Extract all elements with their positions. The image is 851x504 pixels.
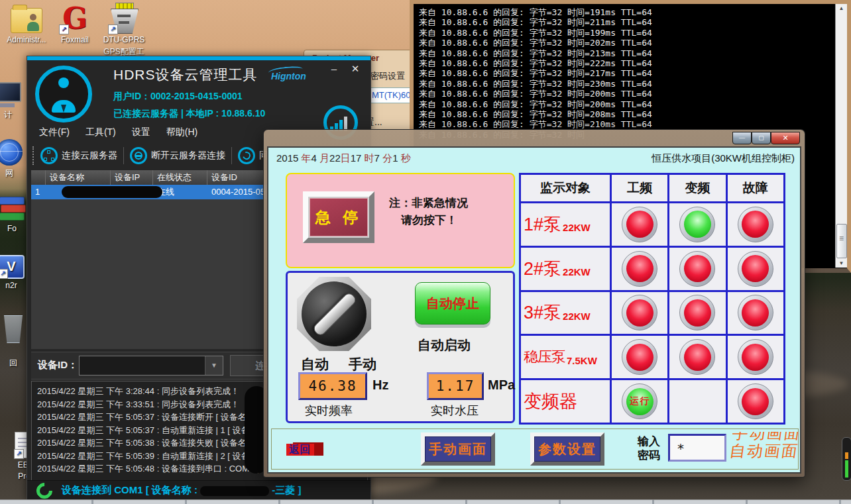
indicator-cell [669, 380, 725, 423]
emergency-stop-panel: 急 停 注：非紧急情况 请勿按下！ [286, 173, 515, 268]
indicator-cell [612, 203, 667, 246]
toolbar-button-label: 连接云服务器 [62, 150, 117, 162]
datetime-part: 年 [298, 152, 311, 164]
desktop-icon-administrator[interactable]: Administr... [1, 3, 52, 44]
col-header-name: 设备名称 [46, 170, 111, 185]
network-icon [40, 147, 58, 164]
desktop-icon-recycle-bin[interactable]: 回 [0, 315, 28, 369]
taskbar-edge[interactable] [0, 499, 851, 504]
indicator-cell [669, 292, 725, 334]
icon-label: 计 [0, 109, 25, 121]
maximize-button[interactable]: ▢ [752, 132, 771, 144]
icon-label: 网 [0, 168, 27, 179]
project-title: 恒压供水项目(30KW机组控制柜) [652, 152, 795, 165]
desktop-icon-foxmail[interactable]: G↗ Foxmail [54, 4, 95, 44]
pump-label: 3#泵22KW [521, 292, 610, 334]
indicator-cell [612, 248, 667, 290]
menu-item[interactable]: 帮助(H) [166, 126, 198, 138]
manual-screen-label: 手动画面 [425, 436, 491, 462]
control-panel: 自动 手动 自动停止 自动启动 46.38 Hz 实时频率 1.17 MPa 实… [286, 271, 515, 423]
auto-stop-button[interactable]: 自动停止 [415, 282, 490, 325]
console-line: 来自 10.88.6.6 的回复: 字节=32 时间=191ms TTL=64 [419, 7, 847, 17]
menu-item[interactable]: 文件(F) [39, 126, 70, 138]
pressure-display: 1.17 [427, 372, 484, 400]
datetime-part: 秒 [401, 152, 411, 164]
icon-label: DTU-GPRS [101, 35, 147, 44]
disconnect-cloud-button[interactable]: 断开云服务器连接 [130, 147, 225, 164]
desktop-icon-computer[interactable]: 计 [0, 81, 25, 121]
pump-label: 1#泵22KW [521, 203, 610, 246]
menu-item[interactable]: 设置 [132, 126, 150, 138]
scroll-down-arrow[interactable]: ▼ [836, 260, 847, 266]
password-input[interactable] [668, 434, 726, 462]
user-id-text: 用户ID：0002-2015-0415-0001 [113, 91, 243, 103]
frequency-label: 实时频率 [305, 403, 353, 419]
scrollbar-thumb[interactable] [836, 224, 847, 258]
menu-item[interactable]: 工具(T) [85, 126, 116, 138]
icon-label: n2r [0, 281, 29, 290]
red-indicator-light [679, 339, 715, 375]
green-indicator-light: 运行 [622, 383, 657, 419]
hmi-window: — ▢ ✕ 2015 年4 月22日17 时7 分1 秒 恒压供水项目(30KW… [264, 130, 805, 477]
red-indicator-light [738, 207, 773, 242]
scroll-up-arrow[interactable]: ▲ [836, 5, 847, 11]
redaction-scribble [62, 186, 162, 198]
edge-indicator-widget [842, 437, 851, 481]
toolbar-drag-handle[interactable] [32, 146, 36, 165]
shortcut-arrow-icon: ↗ [108, 25, 118, 34]
estop-note-line1: 注：非紧急情况 [389, 195, 468, 211]
red-indicator-light [738, 295, 773, 330]
desktop-icon-dtu-gprs[interactable]: ↗ DTU-GPRS GPS配置工 [101, 3, 147, 58]
console-line: 来自 10.88.6.6 的回复: 字节=32 时间=199ms TTL=64 [419, 28, 847, 38]
back-button[interactable]: 返回 [286, 441, 323, 457]
minimize-button[interactable]: – [325, 62, 343, 76]
connect-cloud-button[interactable]: 连接云服务器 [40, 147, 117, 164]
toolbar-separator [231, 147, 232, 164]
pressure-unit: MPa [488, 378, 515, 393]
manual-screen-button[interactable]: 手动画面 [421, 432, 495, 466]
pump-label: 变频器 [521, 380, 610, 423]
menu-bar: 文件(F)工具(T)设置帮助(H) [39, 126, 198, 138]
red-indicator-light [679, 251, 715, 287]
minimize-button[interactable]: — [732, 132, 752, 144]
console-line: 来自 10.88.6.6 的回复: 字节=32 时间=217ms TTL=64 [419, 68, 847, 78]
params-settings-button[interactable]: 参数设置 [530, 432, 604, 466]
indicator-cell [669, 248, 725, 290]
console-line: 来自 10.88.6.6 的回复: 字节=32 时间=200ms TTL=64 [419, 89, 847, 99]
app-title: HDRS设备云管理工具 [113, 66, 258, 84]
dtu-connector-icon: ↗ [109, 3, 139, 33]
desktop-icon-winrar[interactable]: Fo [0, 195, 29, 233]
estop-note-line2: 请勿按下！ [401, 213, 457, 228]
close-button[interactable]: ✕ [771, 132, 800, 144]
connection-status-text: 已连接云服务器 | 本地IP : 10.88.6.10 [113, 108, 265, 120]
datetime-part: 2015 [276, 152, 298, 164]
console-line: 来自 10.88.6.6 的回复: 字节=32 时间=230ms TTL=64 [419, 79, 847, 89]
toolbar: 连接云服务器 断开云服务器连接 同 [31, 144, 268, 168]
run-status-label: 运行 [630, 395, 650, 407]
emergency-stop-button[interactable]: 急 停 [303, 191, 374, 243]
indicator-cell [669, 203, 725, 246]
datetime-part: 月 [319, 152, 329, 164]
datetime-part: 时 [365, 152, 374, 164]
green-indicator-light [679, 207, 715, 242]
close-button[interactable]: ✕ [347, 62, 364, 76]
desktop-icon-n2n[interactable]: V↗ n2r [0, 255, 29, 290]
console-line: 来自 10.88.6.6 的回复: 字节=32 时间=202ms TTL=64 [419, 38, 847, 48]
computer-icon [0, 81, 21, 107]
chevron-down-icon[interactable]: ▼ [205, 356, 223, 375]
col-header-ip: 设备IP [111, 170, 153, 185]
device-id-combobox[interactable]: ▼ [79, 356, 223, 376]
auto-manual-knob[interactable] [297, 277, 371, 351]
sync-icon [238, 147, 255, 164]
monitor-col-header: 监示对象 [521, 175, 610, 201]
params-settings-label: 参数设置 [534, 436, 600, 462]
indicator-cell [612, 292, 667, 334]
indicator-cell [612, 336, 667, 378]
datetime-part: 日 [341, 152, 351, 164]
desktop-icon-network[interactable]: 网 [0, 139, 27, 179]
shortcut-arrow-icon: ↗ [14, 449, 24, 459]
console-line: 来自 10.88.6.6 的回复: 字节=32 时间=222ms TTL=64 [419, 58, 847, 68]
console-scrollbar[interactable]: ▲ ▼ [835, 4, 847, 268]
datetime-part: 4 [312, 152, 320, 164]
red-indicator-light [679, 295, 715, 330]
